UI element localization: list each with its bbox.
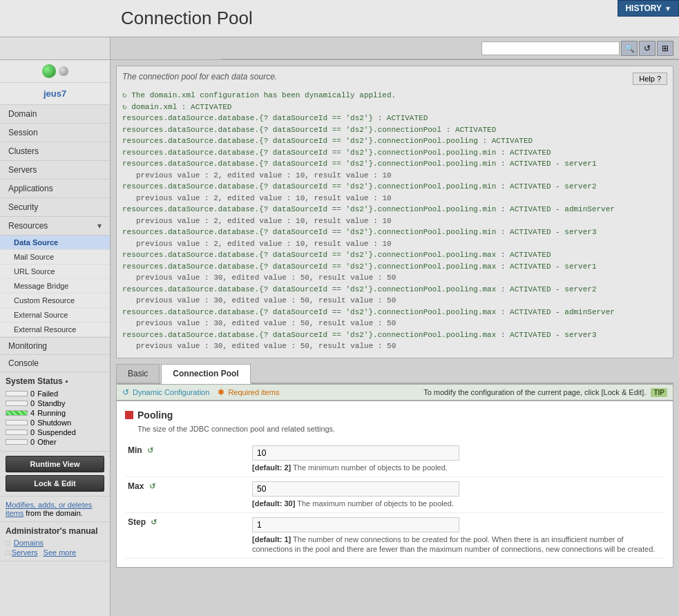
status-indicator-gray	[59, 66, 68, 76]
log-line: previous value : 2, edited value : 10, r…	[122, 193, 667, 204]
log-line: resources.dataSource.database.{? dataSou…	[122, 158, 667, 170]
log-panel: The connection pool for each data source…	[116, 66, 673, 358]
settings-button[interactable]: ⊞	[657, 41, 673, 56]
status-toggle-icon[interactable]: ▪	[66, 377, 68, 385]
dynamic-config-link[interactable]: ↺ Dynamic Configuration	[122, 387, 209, 397]
sidebar-item-monitoring[interactable]: Monitoring	[0, 338, 110, 355]
max-input[interactable]	[252, 481, 459, 497]
sidebar-sub-message-bridge[interactable]: Message Bridge	[0, 279, 110, 293]
pooling-form: Min ↺ [default: 2] The minimum number of…	[125, 441, 664, 559]
sidebar-item-resources[interactable]: Resources	[0, 217, 110, 235]
log-line: previous value : 30, edited value : 50, …	[122, 318, 667, 329]
admin-manual: Administrator's manual □ Domains □ Serve…	[0, 522, 110, 561]
status-row-running: 4 Running	[6, 408, 104, 418]
status-label-shutdown: Shutdown	[37, 418, 71, 427]
tab-connection-pool[interactable]: Connection Pool	[161, 364, 250, 384]
search-input[interactable]	[481, 41, 620, 55]
form-row-max: Max ↺ [default: 30] The maximum number o…	[125, 477, 664, 512]
min-label: Min ↺	[125, 441, 249, 477]
log-line: resources.dataSource.database.{? dataSou…	[122, 307, 667, 318]
sidebar-sub-mail-source[interactable]: Mail Source	[0, 250, 110, 264]
min-refresh-icon[interactable]: ↺	[147, 446, 153, 454]
status-label-standby: Standby	[37, 399, 65, 407]
status-row-other: 0 Other	[6, 437, 104, 447]
status-row-suspended: 0 Suspended	[6, 427, 104, 437]
status-bar-running	[6, 410, 28, 416]
log-line: resources.dataSource.database.{? dataSou…	[122, 124, 667, 136]
status-count-shutdown: 0	[30, 418, 35, 427]
admin-manual-links: □ Domains □ Servers See more	[6, 539, 104, 557]
runtime-view-button[interactable]: Runtime View	[6, 456, 104, 472]
lock-edit-button[interactable]: Lock & Edit	[6, 475, 104, 492]
required-items-link[interactable]: ✱ Required items	[218, 387, 279, 397]
dynamic-config-icon: ↺	[122, 387, 129, 397]
sidebar-item-session[interactable]: Session	[0, 124, 110, 142]
log-line: resources.dataSource.database.{? dataSou…	[122, 227, 667, 238]
status-label-running: Running	[37, 409, 66, 417]
max-hint: [default: 30] The maximum number of obje…	[252, 499, 454, 508]
status-label-suspended: Suspended	[37, 428, 76, 436]
username-label: jeus7	[0, 83, 110, 105]
log-line: previous value : 30, edited value : 50, …	[122, 295, 667, 307]
help-button[interactable]: Help ?	[633, 73, 667, 85]
status-count-standby: 0	[30, 399, 35, 407]
status-count-suspended: 0	[30, 428, 35, 436]
main-content: Pooling The size of the JDBC connection …	[116, 401, 673, 568]
form-row-min: Min ↺ [default: 2] The minimum number of…	[125, 441, 664, 477]
see-more-link[interactable]: See more	[44, 548, 77, 557]
sidebar-sub-external-source[interactable]: External Source	[0, 308, 110, 323]
status-bar-suspended	[6, 430, 28, 435]
search-bar: 🔍 ↺ ⊞	[221, 37, 679, 59]
max-refresh-icon[interactable]: ↺	[149, 482, 155, 490]
admin-manual-title: Administrator's manual	[6, 526, 104, 536]
status-row-standby: 0 Standby	[6, 398, 104, 408]
log-line: resources.dataSource.database.{? dataSou…	[122, 113, 667, 124]
sidebar-sub-data-source[interactable]: Data Source	[0, 235, 110, 250]
refresh-button[interactable]: ↺	[639, 41, 656, 56]
step-refresh-icon[interactable]: ↺	[151, 518, 157, 526]
min-value-cell: [default: 2] The minimum number of objec…	[249, 441, 664, 477]
config-tip-text: To modify the configuration of the curre…	[423, 388, 667, 396]
sidebar-item-console[interactable]: Console	[0, 355, 110, 372]
sidebar-item-clusters[interactable]: Clusters	[0, 142, 110, 161]
step-value-cell: [default: 1] The number of new connectio…	[249, 512, 664, 558]
tab-basic[interactable]: Basic	[116, 364, 160, 383]
admin-manual-link-servers[interactable]: □ Servers See more	[6, 548, 104, 557]
status-bar-standby	[6, 401, 28, 406]
log-line: previous value : 2, edited value : 10, r…	[122, 215, 667, 227]
history-button[interactable]: HISTORY	[618, 0, 679, 17]
log-line: resources.dataSource.database.{? dataSou…	[122, 135, 667, 147]
config-bar-left: ↺ Dynamic Configuration ✱ Required items	[122, 387, 279, 397]
sidebar-sub-url-source[interactable]: URL Source	[0, 264, 110, 279]
min-input[interactable]	[252, 445, 459, 461]
sidebar-sub-external-resource[interactable]: External Resource	[0, 323, 110, 337]
sidebar-item-applications[interactable]: Applications	[0, 180, 110, 198]
search-button[interactable]: 🔍	[621, 41, 638, 56]
pooling-desc: The size of the JDBC connection pool and…	[137, 425, 664, 433]
step-input[interactable]	[252, 517, 459, 532]
sidebar-item-domain[interactable]: Domain	[0, 105, 110, 124]
log-line: The domain.xml configuration has been dy…	[122, 90, 667, 102]
status-row-shutdown: 0 Shutdown	[6, 418, 104, 427]
sidebar-sub-custom-resource[interactable]: Custom Resource	[0, 293, 110, 308]
sidebar: jeus7 Domain Session Clusters Servers Ap…	[0, 60, 111, 616]
main-layout: jeus7 Domain Session Clusters Servers Ap…	[0, 60, 679, 616]
action-buttons: Runtime View Lock & Edit	[0, 452, 110, 497]
admin-manual-link-domains[interactable]: □ Domains	[6, 539, 104, 547]
sidebar-item-servers[interactable]: Servers	[0, 161, 110, 180]
required-items-icon: ✱	[218, 387, 224, 397]
log-line: resources.dataSource.database.{? dataSou…	[122, 204, 667, 215]
tip-label: TIP	[651, 388, 667, 397]
form-row-step: Step ↺ [default: 1] The number of new co…	[125, 512, 664, 558]
sidebar-item-security[interactable]: Security	[0, 198, 110, 217]
log-line: previous value : 30, edited value : 50, …	[122, 272, 667, 284]
top-bar: Connection Pool HISTORY	[0, 0, 679, 37]
tabs-bar: Basic Connection Pool	[116, 364, 673, 384]
log-line: resources.dataSource.database.{? dataSou…	[122, 181, 667, 193]
log-line: previous value : 30, edited value : 50, …	[122, 340, 667, 352]
step-label: Step ↺	[125, 512, 249, 558]
status-count-other: 0	[30, 438, 35, 446]
status-label-failed: Failed	[37, 389, 58, 398]
resources-submenu: Data Source Mail Source URL Source Messa…	[0, 235, 110, 338]
admin-link-suffix: from the domain.	[26, 509, 83, 517]
